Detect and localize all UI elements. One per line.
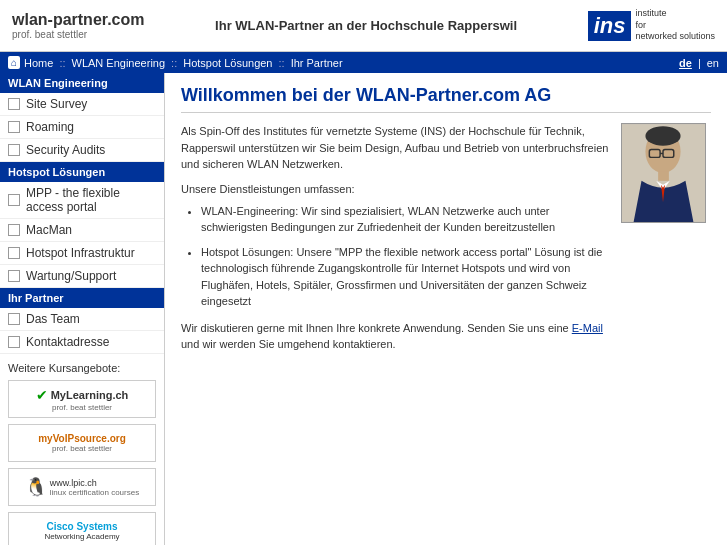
course-cisco[interactable]: Cisco Systems Networking Academy [8, 512, 156, 545]
lpic-sub: linux certification courses [50, 488, 139, 497]
sidebar-item-site-survey[interactable]: Site Survey [0, 93, 164, 116]
voip-sub: prof. beat stettler [52, 444, 112, 453]
cisco-name: Cisco Systems [46, 521, 117, 532]
email-link[interactable]: E-Mail [572, 322, 603, 334]
list-icon [8, 144, 20, 156]
ins-tagline: institute for networked solutions [635, 8, 715, 43]
lpic-name: www.lpic.ch [50, 478, 139, 488]
sidebar-item-roaming[interactable]: Roaming [0, 116, 164, 139]
sidebar-item-das-team[interactable]: Das Team [0, 308, 164, 331]
intro-paragraph: Als Spin-Off des Institutes für vernetzt… [181, 123, 609, 173]
sidebar-section-wlan: WLAN Engineering Site Survey Roaming Sec… [0, 73, 164, 162]
cisco-sub: Networking Academy [44, 532, 119, 541]
navbar: ⌂ Home :: WLAN Engineering :: Hotspot Lö… [0, 52, 727, 73]
person-svg [622, 123, 705, 223]
lang-de[interactable]: de [679, 57, 692, 69]
sidebar-item-wartung[interactable]: Wartung/Support [0, 265, 164, 288]
person-image-area [621, 123, 711, 353]
mylearning-sub: prof. beat stettler [52, 403, 112, 412]
mylearning-name: MyLearning.ch [51, 389, 129, 401]
sidebar-item-label: Kontaktadresse [26, 335, 109, 349]
main-layout: WLAN Engineering Site Survey Roaming Sec… [0, 73, 727, 545]
sidebar-item-label: MacMan [26, 223, 72, 237]
navbar-items: ⌂ Home :: WLAN Engineering :: Hotspot Lö… [8, 56, 343, 69]
sidebar-item-label: Wartung/Support [26, 269, 116, 283]
sidebar-item-label: Site Survey [26, 97, 87, 111]
list-icon [8, 313, 20, 325]
nav-wlan-engineering[interactable]: WLAN Engineering [72, 57, 166, 69]
list-item: Hotspot Lösungen: Unsere "MPP the flexib… [201, 244, 609, 310]
sidebar-section-partner: Ihr Partner Das Team Kontaktadresse [0, 288, 164, 354]
courses-section: Weitere Kursangebote: ✔ MyLearning.ch pr… [0, 354, 164, 545]
ins-logo: ins institute for networked solutions [588, 8, 715, 43]
header-tagline: Ihr WLAN-Partner an der Hochschule Rappe… [215, 18, 517, 33]
svg-rect-6 [658, 171, 669, 181]
sidebar-item-macman[interactable]: MacMan [0, 219, 164, 242]
course-voip[interactable]: myVoIPsource.org prof. beat stettler [8, 424, 156, 462]
sidebar-section-hotspot: Hotspot Lösungen MPP - the flexible acce… [0, 162, 164, 288]
sidebar-item-kontakt[interactable]: Kontaktadresse [0, 331, 164, 354]
services-label: Unsere Dienstleistungen umfassen: [181, 183, 609, 195]
services-list: WLAN-Engineering: Wir sind spezialisiert… [201, 203, 609, 310]
list-item: WLAN-Engineering: Wir sind spezialisiert… [201, 203, 609, 236]
list-icon [8, 98, 20, 110]
mylearning-logo: ✔ MyLearning.ch [36, 387, 129, 403]
sidebar-item-label: MPP - the flexible access portal [26, 186, 156, 214]
sidebar-section-partner-header: Ihr Partner [0, 288, 164, 308]
site-logo: wlan-partner.com prof. beat stettler [12, 11, 144, 40]
nav-home[interactable]: Home [24, 57, 53, 69]
list-icon [8, 247, 20, 259]
tux-icon: 🐧 [25, 476, 47, 498]
sidebar-item-mpp[interactable]: MPP - the flexible access portal [0, 182, 164, 219]
list-icon [8, 194, 20, 206]
navbar-lang: de | en [679, 57, 719, 69]
course-lpic[interactable]: 🐧 www.lpic.ch linux certification course… [8, 468, 156, 506]
content-text: Als Spin-Off des Institutes für vernetzt… [181, 123, 609, 353]
ins-logo-text: ins [588, 11, 632, 41]
contact-text: Wir diskutieren gerne mit Ihnen Ihre kon… [181, 320, 609, 353]
list-icon [8, 270, 20, 282]
sidebar-item-label: Das Team [26, 312, 80, 326]
lang-en[interactable]: en [707, 57, 719, 69]
course-mylearning[interactable]: ✔ MyLearning.ch prof. beat stettler [8, 380, 156, 418]
lpic-logo: 🐧 www.lpic.ch linux certification course… [25, 476, 139, 498]
sidebar-item-label: Security Audits [26, 143, 105, 157]
sidebar-item-security-audits[interactable]: Security Audits [0, 139, 164, 162]
list-icon [8, 121, 20, 133]
home-icon: ⌂ [8, 56, 20, 69]
courses-title: Weitere Kursangebote: [8, 362, 156, 374]
sidebar: WLAN Engineering Site Survey Roaming Sec… [0, 73, 165, 545]
person-photo [621, 123, 706, 223]
list-icon [8, 224, 20, 236]
list-icon [8, 336, 20, 348]
sidebar-item-label: Roaming [26, 120, 74, 134]
page-title: Willkommen bei der WLAN-Partner.com AG [181, 85, 711, 113]
main-content: Willkommen bei der WLAN-Partner.com AG A… [165, 73, 727, 545]
sidebar-section-hotspot-header: Hotspot Lösungen [0, 162, 164, 182]
voip-name: myVoIPsource.org [38, 433, 126, 444]
nav-ihr-partner[interactable]: Ihr Partner [291, 57, 343, 69]
svg-point-2 [645, 126, 680, 146]
sidebar-item-label: Hotspot Infrastruktur [26, 246, 135, 260]
site-sub: prof. beat stettler [12, 29, 144, 40]
sidebar-item-hotspot-infra[interactable]: Hotspot Infrastruktur [0, 242, 164, 265]
ins-logo-area: ins institute for networked solutions [588, 8, 715, 43]
content-body: Als Spin-Off des Institutes für vernetzt… [181, 123, 711, 353]
header: wlan-partner.com prof. beat stettler Ihr… [0, 0, 727, 52]
lang-sep: | [698, 57, 701, 69]
site-name: wlan-partner.com [12, 11, 144, 29]
sidebar-section-wlan-header: WLAN Engineering [0, 73, 164, 93]
nav-hotspot[interactable]: Hotspot Lösungen [183, 57, 272, 69]
